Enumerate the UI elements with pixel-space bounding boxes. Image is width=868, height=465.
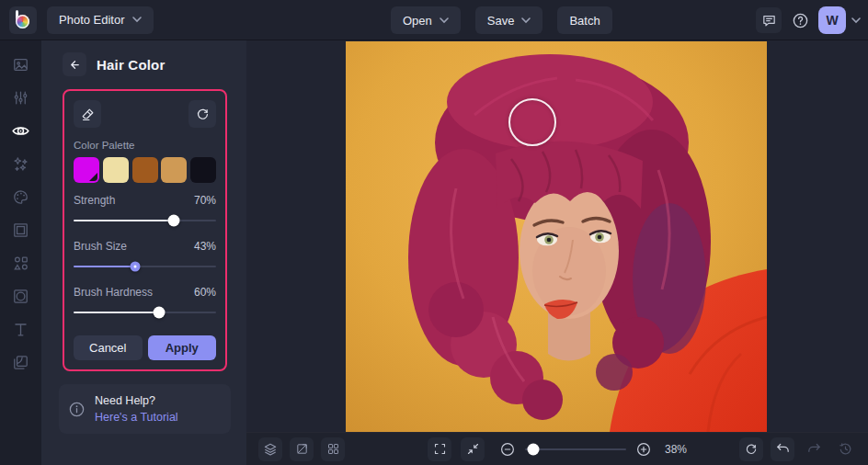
back-button[interactable] xyxy=(63,52,86,76)
tutorial-link[interactable]: Here's a Tutorial xyxy=(95,409,178,425)
strength-value: 70% xyxy=(194,194,216,207)
brush-size-value: 43% xyxy=(194,240,216,253)
color-swatch[interactable] xyxy=(103,157,129,183)
color-swatch[interactable] xyxy=(74,157,99,183)
color-swatch[interactable] xyxy=(190,157,216,183)
photo-editor-app: Photo Editor Open Save Batch xyxy=(0,0,868,465)
chevron-down-icon xyxy=(521,17,531,24)
open-button[interactable]: Open xyxy=(391,6,461,34)
brush-hardness-control: Brush Hardness 60% xyxy=(74,286,216,321)
logo-color-wheel xyxy=(16,15,29,28)
batch-button[interactable]: Batch xyxy=(557,6,611,34)
batch-label: Batch xyxy=(569,14,600,28)
color-swatch[interactable] xyxy=(132,157,158,183)
feedback-chat-icon[interactable] xyxy=(756,7,782,33)
topbar: Photo Editor Open Save Batch xyxy=(0,0,868,40)
slider-thumb[interactable] xyxy=(130,262,140,272)
tool-rail xyxy=(0,40,41,465)
save-button[interactable]: Save xyxy=(475,6,543,34)
rail-item-touch-up[interactable] xyxy=(5,114,38,147)
rail-item-textures[interactable] xyxy=(5,346,38,379)
rail-item-graphics[interactable] xyxy=(5,246,38,279)
rail-item-image-editor[interactable] xyxy=(5,48,38,81)
statusbar: 38% xyxy=(246,432,868,465)
eraser-button[interactable] xyxy=(74,100,101,128)
account-chevron-down-icon[interactable] xyxy=(851,17,861,24)
save-label: Save xyxy=(487,14,515,28)
chevron-down-icon xyxy=(440,17,449,24)
brush-cursor xyxy=(508,98,556,146)
color-swatches xyxy=(74,157,216,183)
hair-color-tool-box: Color Palette Strength 70% Brush Size 43… xyxy=(63,89,227,371)
compare-button[interactable] xyxy=(290,437,314,461)
strength-label: Strength xyxy=(74,194,115,207)
color-swatch[interactable] xyxy=(161,157,187,183)
history-button[interactable] xyxy=(833,441,857,457)
hair-color-panel: Hair Color Color Palette Strength 70% xyxy=(41,40,246,465)
app-menu-label: Photo Editor xyxy=(59,13,125,27)
brush-size-slider[interactable] xyxy=(74,258,216,275)
brush-size-label: Brush Size xyxy=(74,240,127,253)
undo-button[interactable] xyxy=(771,437,794,461)
info-icon xyxy=(68,401,86,418)
cancel-button[interactable]: Cancel xyxy=(74,335,143,360)
zoom-slider-thumb[interactable] xyxy=(527,443,539,455)
brush-hardness-label: Brush Hardness xyxy=(74,286,153,299)
reset-canvas-button[interactable] xyxy=(739,437,763,461)
help-title: Need Help? xyxy=(95,392,178,409)
help-card: Need Help? Here's a Tutorial xyxy=(59,384,231,434)
rail-item-adjust[interactable] xyxy=(5,81,38,114)
layers-button[interactable] xyxy=(258,437,282,461)
grid-view-button[interactable] xyxy=(321,437,345,461)
app-menu-button[interactable]: Photo Editor xyxy=(47,6,154,34)
fit-to-screen-button[interactable] xyxy=(461,437,485,461)
avatar[interactable]: W xyxy=(818,6,846,34)
rail-item-overlays[interactable] xyxy=(5,279,38,312)
chevron-down-icon xyxy=(132,17,142,23)
fullscreen-button[interactable] xyxy=(428,437,451,461)
redo-button[interactable] xyxy=(802,441,826,457)
panel-title: Hair Color xyxy=(97,57,166,73)
strength-slider[interactable] xyxy=(74,212,216,229)
brush-size-control: Brush Size 43% xyxy=(74,240,216,275)
photo-portrait[interactable] xyxy=(346,41,767,432)
canvas-zoom-slider[interactable] xyxy=(525,442,626,457)
canvas-area[interactable]: 38% xyxy=(246,40,868,465)
zoom-out-icon[interactable] xyxy=(499,441,516,458)
zoom-in-icon[interactable] xyxy=(635,441,652,458)
brush-hardness-value: 60% xyxy=(194,286,216,299)
strength-control: Strength 70% xyxy=(74,194,216,229)
befunky-logo[interactable] xyxy=(9,6,37,34)
rail-item-artsy[interactable] xyxy=(5,180,38,213)
slider-thumb[interactable] xyxy=(167,215,179,227)
help-icon[interactable] xyxy=(787,7,813,33)
brush-hardness-slider[interactable] xyxy=(74,304,216,321)
zoom-level-label: 38% xyxy=(665,443,687,456)
avatar-initial: W xyxy=(826,13,838,28)
rail-item-text[interactable] xyxy=(5,312,38,346)
color-palette-label: Color Palette xyxy=(74,140,216,151)
rail-item-frames[interactable] xyxy=(5,213,38,246)
slider-thumb[interactable] xyxy=(154,307,166,319)
open-label: Open xyxy=(403,14,432,28)
rail-item-effects[interactable] xyxy=(5,147,38,180)
apply-button[interactable]: Apply xyxy=(148,335,217,360)
reset-tool-button[interactable] xyxy=(188,100,216,128)
